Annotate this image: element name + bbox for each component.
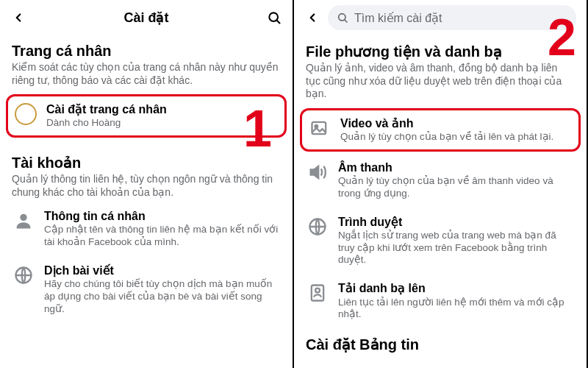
section-profile: Trang cá nhân Kiểm soát các tùy chọn của… — [0, 35, 293, 90]
person-icon — [12, 209, 35, 233]
row-sub: Cập nhật tên và thông tin liên hệ mà bạn… — [44, 224, 281, 249]
svg-rect-6 — [312, 121, 326, 133]
row-sub: Quản lý tùy chọn của bạn về âm thanh vid… — [338, 175, 575, 200]
row-sub: Quản lý tùy chọn của bạn về tải lên và p… — [340, 131, 573, 144]
row-upload-contacts[interactable]: Tải danh bạ lên Liên tục tải lên người l… — [294, 274, 587, 328]
svg-point-10 — [315, 289, 320, 293]
row-title: Âm thanh — [338, 160, 575, 174]
images-icon — [308, 116, 331, 140]
section-media-contacts: File phương tiện và danh bạ Quản lý ảnh,… — [294, 35, 587, 104]
row-body: Cài đặt trang cá nhân Dành cho Hoàng — [46, 102, 279, 130]
highlight-box-2: Video và ảnh Quản lý tùy chọn của bạn về… — [300, 108, 581, 152]
section-desc: Quản lý ảnh, video và âm thanh, đồng bộ … — [306, 62, 575, 101]
section-desc: Kiểm soát các tùy chọn của trang cá nhân… — [12, 61, 281, 87]
row-translate[interactable]: Dịch bài viết Hãy cho chúng tôi biết tùy… — [0, 256, 293, 323]
search-button[interactable] — [266, 10, 282, 26]
row-browser[interactable]: Trình duyệt Ngắt lịch sử trang web của t… — [294, 208, 587, 275]
header: Cài đặt — [0, 0, 293, 35]
row-sub: Dành cho Hoàng — [46, 117, 279, 130]
row-body: Thông tin cá nhân Cập nhật tên và thông … — [44, 209, 281, 249]
page-title: Cài đặt — [34, 10, 259, 26]
row-title: Thông tin cá nhân — [44, 209, 281, 223]
section-desc: Quản lý thông tin liên hệ, tùy chọn ngôn… — [12, 173, 281, 199]
row-body: Dịch bài viết Hãy cho chúng tôi biết tùy… — [44, 263, 281, 316]
back-button[interactable] — [304, 10, 320, 26]
row-body: Video và ảnh Quản lý tùy chọn của bạn về… — [340, 116, 573, 144]
header: Tìm kiếm cài đặt — [294, 0, 587, 35]
svg-line-5 — [345, 20, 347, 22]
globe-arrow-icon — [12, 263, 35, 287]
svg-line-1 — [277, 21, 280, 24]
row-body: Tải danh bạ lên Liên tục tải lên người l… — [338, 281, 575, 321]
avatar-icon — [14, 102, 37, 126]
row-title: Video và ảnh — [340, 116, 573, 130]
search-input[interactable]: Tìm kiếm cài đặt — [328, 5, 576, 30]
section-title: Trang cá nhân — [12, 43, 281, 60]
row-sub: Hãy cho chúng tôi biết tùy chọn dịch mà … — [44, 278, 281, 316]
row-video-photo[interactable]: Video và ảnh Quản lý tùy chọn của bạn về… — [308, 116, 573, 144]
row-title: Dịch bài viết — [44, 263, 281, 277]
globe-icon — [306, 215, 329, 238]
section-newsfeed: Cài đặt Bảng tin — [294, 328, 587, 355]
contacts-icon — [306, 281, 329, 305]
row-sub: Ngắt lịch sử trang web của trang web mà … — [338, 230, 575, 267]
row-personal-info[interactable]: Thông tin cá nhân Cập nhật tên và thông … — [0, 202, 293, 256]
search-placeholder: Tìm kiếm cài đặt — [354, 11, 442, 25]
row-body: Trình duyệt Ngắt lịch sử trang web của t… — [338, 215, 575, 267]
settings-panel-right: Tìm kiếm cài đặt 2 File phương tiện và d… — [294, 0, 588, 368]
highlight-box-1: Cài đặt trang cá nhân Dành cho Hoàng — [6, 94, 287, 138]
speaker-icon — [306, 160, 329, 184]
search-icon — [337, 12, 348, 24]
svg-point-2 — [20, 214, 26, 221]
chevron-left-icon — [306, 11, 319, 24]
section-account: Tài khoản Quản lý thông tin liên hệ, tùy… — [0, 146, 293, 202]
row-profile-settings[interactable]: Cài đặt trang cá nhân Dành cho Hoàng — [14, 102, 279, 130]
section-title: Tài khoản — [12, 154, 281, 171]
row-title: Trình duyệt — [338, 215, 575, 229]
row-sub: Liên tục tải lên người liên hệ mới thêm … — [338, 297, 575, 322]
row-title: Tải danh bạ lên — [338, 281, 575, 295]
chevron-left-icon — [12, 11, 25, 24]
search-icon — [267, 10, 282, 25]
row-title: Cài đặt trang cá nhân — [46, 102, 279, 116]
back-button[interactable] — [10, 10, 26, 26]
row-audio[interactable]: Âm thanh Quản lý tùy chọn của bạn về âm … — [294, 153, 587, 208]
settings-panel-left: Cài đặt Trang cá nhân Kiểm soát các tùy … — [0, 0, 294, 368]
row-body: Âm thanh Quản lý tùy chọn của bạn về âm … — [338, 160, 575, 200]
section-title: File phương tiện và danh bạ — [306, 43, 575, 60]
section-title: Cài đặt Bảng tin — [306, 336, 575, 353]
